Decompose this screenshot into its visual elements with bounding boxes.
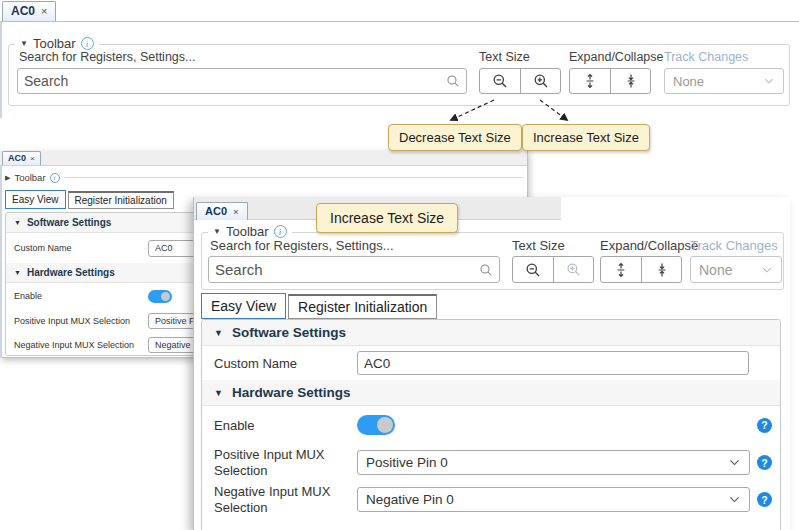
expanded-triangle-icon: ▼ — [214, 388, 223, 398]
search-label: Search for Registers, Settings... — [19, 50, 195, 64]
view-tabs: Easy View Register Initialization — [5, 190, 174, 209]
close-icon[interactable]: × — [30, 154, 35, 163]
large-window: AC0 × Increase Text Size ▼ Toolbar i Sea… — [193, 197, 790, 530]
expanded-triangle-icon: ▼ — [213, 227, 221, 236]
tab-ac0[interactable]: AC0 × — [2, 1, 56, 21]
info-icon[interactable]: i — [81, 37, 94, 50]
search-box — [17, 68, 467, 94]
negative-mux-select[interactable]: Negative Pin 0 — [357, 487, 750, 512]
expand-all-button[interactable] — [570, 69, 610, 93]
search-label: Search for Registers, Settings... — [210, 238, 394, 253]
decrease-text-size-button[interactable] — [480, 69, 520, 93]
tab-ac0-large[interactable]: AC0 × — [196, 202, 248, 220]
tooltip-increase-text-size: Increase Text Size — [522, 124, 650, 151]
positive-mux-row: Positive Input MUX Selection Positive Pi… — [202, 444, 780, 481]
close-icon[interactable]: × — [233, 206, 239, 217]
expand-collapse-button-group — [569, 68, 651, 94]
toggle-knob — [161, 292, 170, 301]
custom-name-label: Custom Name — [14, 243, 72, 253]
tab-register-initialization[interactable]: Register Initialization — [68, 191, 174, 209]
toolbar-section: ▼ Toolbar i Search for Registers, Settin… — [8, 44, 790, 106]
expanded-triangle-icon: ▼ — [14, 219, 21, 226]
toolbar-section: ▼ Toolbar i Search for Registers, Settin… — [201, 232, 784, 290]
toolbar-section-collapsed[interactable]: ▶ Toolbar i — [5, 172, 523, 183]
window-left-edge — [0, 166, 2, 358]
collapsed-triangle-icon: ▶ — [5, 174, 10, 182]
section-title: Software Settings — [27, 217, 111, 228]
expand-icon — [613, 262, 629, 278]
tab-title: AC0 — [8, 153, 26, 163]
hardware-settings-header[interactable]: ▼ Hardware Settings — [202, 380, 780, 406]
chevron-down-icon — [728, 456, 741, 469]
toolbar-section-title: Toolbar — [226, 224, 269, 239]
chevron-down-icon — [763, 75, 775, 87]
toolbar-section-title: Toolbar — [33, 36, 76, 51]
custom-name-label: Custom Name — [214, 356, 297, 371]
tab-register-initialization[interactable]: Register Initialization — [288, 294, 437, 319]
help-icon[interactable]: ? — [757, 418, 772, 433]
track-changes-select[interactable]: None — [690, 256, 782, 283]
text-size-button-group — [479, 68, 561, 94]
collapse-all-button[interactable] — [641, 257, 681, 282]
collapse-all-button[interactable] — [610, 69, 650, 93]
large-window-tabbar: AC0 × — [194, 197, 790, 220]
increase-text-size-button[interactable] — [520, 69, 560, 93]
search-input[interactable] — [18, 73, 446, 89]
top-window: AC0 × ▼ Toolbar i Search for Registers, … — [0, 0, 799, 120]
view-tabs: Easy View Register Initialization — [201, 293, 437, 319]
help-icon[interactable]: ? — [757, 492, 772, 507]
positive-mux-label: Positive Input MUX Selection — [214, 447, 346, 479]
expand-collapse-label: Expand/Collapse — [600, 238, 698, 253]
expand-all-button[interactable] — [601, 257, 641, 282]
expand-collapse-button-group — [600, 256, 682, 283]
tooltip-decrease-text-size: Decrease Text Size — [388, 124, 522, 151]
chevron-down-icon — [761, 264, 773, 276]
legend-rule — [64, 177, 523, 178]
expanded-triangle-icon: ▼ — [214, 328, 223, 338]
text-size-label: Text Size — [479, 50, 530, 64]
search-input[interactable] — [209, 261, 479, 278]
small-window-tabbar: AC0 × — [0, 150, 527, 166]
track-changes-label: Track Changes — [690, 238, 778, 253]
easy-view-content: ▼ Software Settings Custom Name ▼ Hardwa… — [201, 319, 781, 530]
positive-mux-label: Positive Input MUX Selection — [14, 316, 130, 326]
increase-text-size-button[interactable] — [553, 257, 593, 282]
window-left-edge — [0, 22, 2, 118]
toggle-knob — [377, 417, 393, 433]
enable-row: Enable ? — [202, 406, 780, 444]
positive-mux-select[interactable]: Positive Pin 0 — [357, 450, 750, 475]
negative-mux-label: Negative Input MUX Selection — [14, 340, 134, 350]
help-icon[interactable]: ? — [757, 455, 772, 470]
toolbar-section-header[interactable]: ▼ Toolbar i — [208, 224, 292, 239]
negative-mux-value: Negative Pin 0 — [366, 492, 454, 507]
tab-ac0-small[interactable]: AC0 × — [2, 151, 41, 165]
tooltip-increase-text-size-large: Increase Text Size — [316, 203, 458, 233]
software-settings-header[interactable]: ▼ Software Settings — [202, 320, 780, 346]
toolbar-section-header[interactable]: ▼ Toolbar i — [15, 36, 99, 51]
tab-title: AC0 — [11, 4, 35, 18]
decrease-text-size-button[interactable] — [513, 257, 553, 282]
custom-name-input[interactable] — [357, 351, 749, 375]
enable-toggle[interactable] — [148, 290, 172, 303]
expanded-triangle-icon: ▼ — [14, 269, 21, 276]
enable-toggle[interactable] — [357, 415, 395, 435]
tab-title: AC0 — [205, 205, 227, 217]
search-icon — [446, 74, 460, 88]
zoom-in-icon — [566, 262, 581, 277]
close-icon[interactable]: × — [41, 5, 47, 17]
chevron-down-icon — [728, 493, 741, 506]
enable-label: Enable — [214, 418, 254, 433]
info-icon[interactable]: i — [50, 173, 60, 183]
tab-easy-view[interactable]: Easy View — [201, 293, 286, 319]
top-window-tabbar: AC0 × — [0, 0, 799, 22]
track-changes-label: Track Changes — [664, 50, 748, 64]
track-changes-value: None — [699, 262, 732, 278]
custom-name-row: Custom Name — [202, 346, 780, 380]
toolbar-section-title: Toolbar — [14, 172, 45, 183]
text-size-label: Text Size — [512, 238, 565, 253]
track-changes-select[interactable]: None — [664, 68, 784, 94]
tab-easy-view[interactable]: Easy View — [5, 190, 66, 209]
info-icon[interactable]: i — [274, 225, 287, 238]
negative-mux-row: Negative Input MUX Selection Negative Pi… — [202, 481, 780, 518]
zoom-out-icon — [525, 262, 541, 278]
